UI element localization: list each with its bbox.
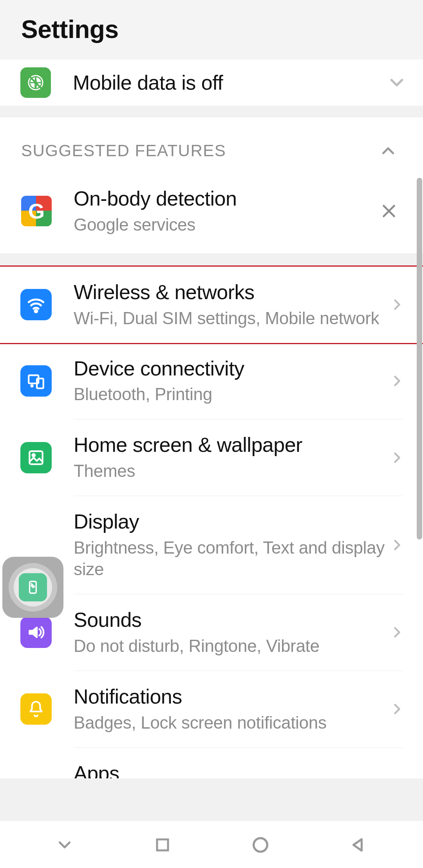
row-title: Apps — [74, 762, 406, 778]
row-sounds[interactable]: Sounds Do not disturb, Ringtone, Vibrate — [0, 594, 423, 671]
sound-icon — [20, 617, 52, 648]
settings-list: Wireless & networks Wi-Fi, Dual SIM sett… — [0, 265, 423, 778]
chevron-right-icon — [389, 624, 406, 641]
header: Settings — [0, 0, 423, 60]
nav-recents-icon[interactable] — [143, 836, 182, 854]
svg-point-3 — [35, 310, 37, 312]
row-title: Sounds — [74, 608, 389, 632]
mobile-data-off-icon — [20, 67, 51, 98]
svg-rect-7 — [29, 451, 42, 464]
suggested-features-section: SUGGESTED FEATURES G On-body detection G… — [0, 117, 423, 253]
svg-point-13 — [254, 838, 268, 852]
row-apps[interactable]: Apps — [0, 748, 423, 778]
chevron-right-icon — [389, 296, 406, 313]
row-subtitle: Wi-Fi, Dual SIM settings, Mobile network — [74, 307, 389, 329]
scrollbar[interactable] — [417, 178, 422, 540]
svg-marker-14 — [354, 839, 362, 850]
row-title: Wireless & networks — [74, 281, 389, 304]
row-notifications[interactable]: Notifications Badges, Lock screen notifi… — [0, 671, 423, 747]
chevron-down-icon[interactable] — [386, 72, 407, 93]
page-title: Settings — [21, 15, 402, 44]
chevron-right-icon — [389, 372, 406, 390]
svg-point-6 — [31, 385, 33, 386]
nav-keyboard-down-icon[interactable] — [45, 835, 84, 855]
suggested-features-label: SUGGESTED FEATURES — [21, 141, 374, 160]
row-title: Notifications — [74, 685, 389, 709]
nav-home-icon[interactable] — [241, 835, 280, 855]
chevron-right-icon — [389, 536, 406, 554]
row-display[interactable]: Display Brightness, Eye comfort, Text an… — [0, 496, 423, 594]
row-subtitle: Bluetooth, Printing — [74, 383, 389, 405]
row-device-connectivity[interactable]: Device connectivity Bluetooth, Printing — [0, 343, 423, 419]
row-title: Home screen & wallpaper — [74, 433, 389, 457]
chevron-up-icon[interactable] — [374, 137, 402, 164]
wallpaper-icon — [20, 442, 52, 473]
row-subtitle: Themes — [74, 460, 389, 482]
row-title: Device connectivity — [74, 357, 389, 381]
chevron-right-icon — [389, 449, 406, 466]
phone-icon — [19, 573, 47, 601]
row-wireless-networks[interactable]: Wireless & networks Wi-Fi, Dual SIM sett… — [0, 265, 423, 344]
svg-rect-12 — [157, 839, 168, 850]
row-subtitle: Do not disturb, Ringtone, Vibrate — [74, 635, 389, 657]
google-icon: G — [21, 196, 52, 226]
close-icon[interactable] — [376, 198, 402, 224]
nav-back-icon[interactable] — [339, 835, 378, 855]
wifi-icon — [20, 289, 52, 320]
devices-icon — [20, 365, 52, 397]
suggested-title: On-body detection — [74, 187, 376, 211]
mobile-data-status-label: Mobile data is off — [73, 71, 386, 94]
navigation-bar — [0, 821, 423, 868]
floating-assistive-button[interactable] — [2, 557, 63, 618]
suggested-on-body-detection[interactable]: G On-body detection Google services — [0, 180, 423, 253]
bell-icon — [20, 693, 52, 725]
row-subtitle: Brightness, Eye comfort, Text and displa… — [74, 537, 389, 580]
svg-point-8 — [32, 454, 35, 457]
row-subtitle: Badges, Lock screen notifications — [74, 712, 389, 733]
mobile-data-status-row[interactable]: Mobile data is off — [0, 60, 423, 106]
row-home-screen-wallpaper[interactable]: Home screen & wallpaper Themes — [0, 419, 423, 496]
chevron-right-icon — [389, 700, 406, 718]
row-title: Display — [74, 510, 389, 534]
suggested-subtitle: Google services — [74, 214, 376, 235]
